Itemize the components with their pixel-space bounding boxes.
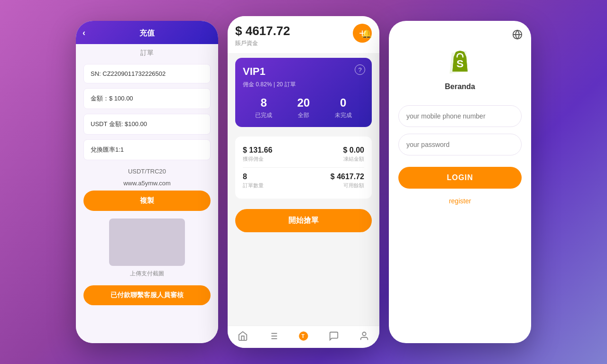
nav-chat[interactable] <box>329 331 339 341</box>
globe-icon[interactable] <box>512 29 523 42</box>
recharge-title: 充值 <box>82 28 212 38</box>
stat-pending: 0 未完成 <box>335 96 352 119</box>
vip-title: VIP1 <box>243 65 364 78</box>
usdt-row: USDT 金額: $100.00 <box>83 114 211 135</box>
nav-list[interactable] <box>268 331 278 341</box>
stats-grid: $ 131.66 獲得佣金 $ 0.00 凍結金額 8 訂單數量 $ 4617.… <box>235 136 372 199</box>
vip-card: VIP1 ? 佣金 0.82% | 20 訂單 8 已完成 20 全部 0 未完… <box>235 58 372 127</box>
stat-completed: 8 已完成 <box>255 96 272 119</box>
rate-row: 兌換匯率1:1 <box>83 139 211 160</box>
balance-amount: $ 4617.72 <box>235 24 290 38</box>
sn-row: SN: CZ2209011732226502 <box>83 64 211 83</box>
currency-label: USDT/TRC20 <box>83 168 211 175</box>
balance-label: 賬戶資金 <box>235 39 290 47</box>
password-input[interactable] <box>398 134 522 155</box>
svg-text:S: S <box>456 57 463 70</box>
available-stat: $ 4617.72 可用餘額 <box>331 173 364 189</box>
app-name: Beranda <box>445 82 475 91</box>
vip-stats: 8 已完成 20 全部 0 未完成 <box>243 96 364 119</box>
amount-row: 金額：$ 100.00 <box>83 88 211 109</box>
upload-label: 上傳支付截圖 <box>83 270 211 278</box>
recharge-header: ‹ 充值 <box>76 21 218 44</box>
nav-grab[interactable]: T <box>298 331 309 341</box>
svg-point-8 <box>362 332 366 336</box>
help-icon[interactable]: ? <box>355 64 365 75</box>
order-count-stat: 8 訂單數量 <box>243 173 264 189</box>
submit-button[interactable]: 已付款聯繫客服人員審核 <box>83 285 211 305</box>
stats-row-2: 8 訂單數量 $ 4617.72 可用餘額 <box>243 170 364 192</box>
dashboard-header: $ 4617.72 賬戶資金 + <box>228 16 379 53</box>
bottom-nav: T <box>228 326 379 348</box>
nav-user[interactable] <box>359 331 369 341</box>
login-panel: S Beranda LOGIN register <box>389 21 531 343</box>
url-label: www.a5ymw.com <box>83 180 211 187</box>
back-icon[interactable]: ‹ <box>83 27 85 37</box>
register-link[interactable]: register <box>449 197 471 205</box>
dashboard-panel: $ 4617.72 賬戶資金 + 🔔 VIP1 ? 佣金 0.82% | 20 … <box>228 16 379 348</box>
stats-row-1: $ 131.66 獲得佣金 $ 0.00 凍結金額 <box>243 143 364 165</box>
recharge-panel: ‹ 充值 訂單 SN: CZ2209011732226502 金額：$ 100.… <box>76 21 218 343</box>
qr-placeholder <box>109 218 185 266</box>
app-logo: S <box>443 45 477 78</box>
order-label: 訂單 <box>83 44 211 59</box>
login-button[interactable]: LOGIN <box>398 167 522 189</box>
stat-total: 20 全部 <box>297 96 310 119</box>
bell-icon[interactable]: 🔔 <box>361 28 372 39</box>
copy-button[interactable]: 複製 <box>83 191 211 211</box>
commission-info: 佣金 0.82% | 20 訂單 <box>243 81 364 89</box>
nav-home[interactable] <box>238 331 248 341</box>
grab-button[interactable]: 開始搶單 <box>235 209 372 232</box>
frozen-stat: $ 0.00 凍結金額 <box>343 146 364 163</box>
phone-input[interactable] <box>398 105 522 127</box>
earned-stat: $ 131.66 獲得佣金 <box>243 146 272 163</box>
recharge-body: 訂單 SN: CZ2209011732226502 金額：$ 100.00 US… <box>76 44 218 343</box>
svg-text:T: T <box>301 333 304 339</box>
